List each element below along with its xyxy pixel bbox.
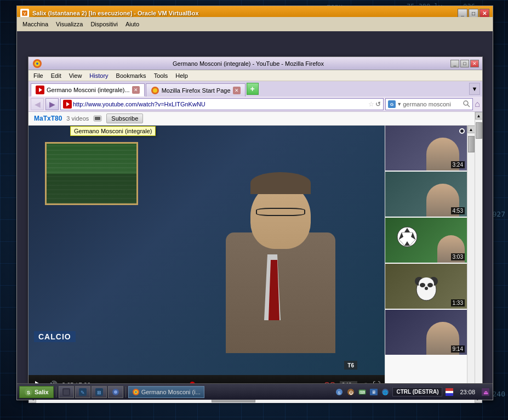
content-scroll-track[interactable] [475,120,483,387]
taskbar-quicklaunch-2[interactable]: ✎ [75,386,90,398]
vbox-minimize-button[interactable]: _ [458,9,467,18]
ff-menu-file[interactable]: File [31,72,46,80]
systray-icon-1[interactable]: S [334,387,344,397]
tab-firefox-close[interactable]: ✕ [233,87,241,94]
ff-menu-edit[interactable]: Edit [48,72,64,80]
tab-firefox-icon [151,86,159,95]
firefox-close-button[interactable]: ✕ [470,60,479,67]
firefox-content: MaTxT80 3 videos Subscribe [28,112,482,395]
video-tv-screen [45,142,138,205]
ff-menu-history[interactable]: History [87,72,111,80]
taskbar-start-label: Salix [35,389,49,395]
yt-channel-header: MaTxT80 3 videos Subscribe [28,112,475,126]
ff-menu-bookmarks[interactable]: Bookmarks [113,72,149,80]
sidebar-thumb-4[interactable]: 1:33 [385,264,467,309]
home-button[interactable]: ⌂ [475,99,480,109]
svg-rect-54 [446,388,453,391]
firefox-title: Germano Mosconi (integrale) - YouTube - … [46,60,450,67]
vbox-menu-visualizza[interactable]: Visualizza [53,20,86,29]
tab-youtube-label: Germano Mosconi (integrale)... [47,87,130,93]
content-scroll-up[interactable]: ▲ [475,112,483,120]
yt-sidebar: 3:24 4:53 [385,126,467,395]
systray-icon-3[interactable]: ⌨ [357,387,367,397]
systray-flag-icon[interactable] [444,387,454,397]
sidebar-thumb-2[interactable]: 4:53 [385,172,467,217]
tab-list-arrow[interactable]: ▼ [469,83,480,95]
firefox-minimize-button[interactable]: _ [450,60,459,67]
taskbar-quicklaunch-4[interactable] [108,386,123,398]
svg-rect-56 [446,393,453,396]
sidebar-scrollbar[interactable]: ▲ ▼ [467,126,475,395]
sidebar-thumb-3[interactable]: 3:03 [385,218,467,263]
systray-icon-2[interactable]: ⏻ [346,387,356,397]
vbox-menu-macchina[interactable]: Macchina [19,20,52,29]
url-reload-icon[interactable]: ↺ [375,100,381,108]
search-submit-icon[interactable] [463,100,470,109]
video-person-area [209,189,352,353]
svg-text:G: G [390,102,393,107]
ff-menu-help[interactable]: Help [173,72,191,80]
yt-sidebar-area: 3:24 4:53 [385,126,475,395]
vbox-menu-dispositivi[interactable]: Dispositivi [87,20,121,29]
sidebar-thumb-5[interactable]: 9:14 [385,310,467,355]
yt-channel-videos: 3 videos [66,115,89,122]
taskbar-quicklaunch-1[interactable] [59,386,74,398]
firefox-titlebar: Germano Mosconi (integrale) - YouTube - … [28,57,482,70]
url-bar[interactable]: http://www.youtube.com/watch?v=HxLITGnKw… [60,98,384,110]
sidebar-scroll-track[interactable] [467,133,475,387]
vbox-icon: V [20,9,29,18]
yt-player: CALCIO [28,126,385,395]
nav-back-icon: ◀ [35,100,41,109]
svg-text:S: S [27,390,30,395]
tab-firefox-start[interactable]: Mozilla Firefox Start Page ✕ [146,83,246,97]
taskbar-quicklaunch-3[interactable]: ⊞ [92,386,107,398]
virtualbox-window: V Salix (Istantanea 2) [In esecuzione] -… [16,5,493,400]
svg-line-14 [467,105,470,107]
content-scroll-thumb[interactable] [476,122,482,139]
systray-ctrl-area: CTRL (DESTRA) [392,387,442,396]
tab-youtube-close[interactable]: ✕ [132,86,140,94]
svg-text:⏻: ⏻ [349,390,353,395]
svg-point-13 [464,101,468,105]
vbox-window-buttons: _ □ ✕ [458,9,489,18]
search-engine-button[interactable]: G ▼ [388,100,402,108]
sidebar-scroll-up[interactable]: ▲ [467,126,475,133]
tab-add-button[interactable]: + [247,83,259,95]
systray-icon-4[interactable]: 🖥 [369,387,379,397]
taskbar-separator-2 [125,387,126,398]
vbox-close-button[interactable]: ✕ [480,9,489,18]
yt-subscribe-button[interactable]: Subscribe [106,113,143,123]
firefox-maximize-button[interactable]: □ [460,60,469,67]
ff-menu-tools[interactable]: Tools [151,72,171,80]
svg-point-8 [153,88,157,93]
taskbar-firefox-task[interactable]: Germano Mosconi (i... [128,386,204,398]
nav-forward-button[interactable]: ▶ [45,98,59,110]
vbox-maximize-button[interactable]: □ [469,9,478,18]
vbox-menu-aiuto[interactable]: Aiuto [122,20,142,29]
taskbar-quicklaunch-icon-1 [62,388,70,396]
tab-youtube[interactable]: Germano Mosconi (integrale)... ✕ [31,83,145,97]
url-star-icon[interactable]: ☆ [368,100,374,108]
yt-subscribe-icon [93,114,102,123]
sidebar-thumb-1[interactable]: 3:24 [385,126,467,171]
search-input-text: germano mosconi [403,101,461,107]
systray-icon-5[interactable]: 🌐 [380,387,390,397]
firefox-menubar: File Edit View History Bookmarks Tools H… [28,70,482,81]
video-frame[interactable]: CALCIO [28,126,385,375]
search-bar[interactable]: G ▼ germano mosconi [385,98,473,110]
sidebar-scroll-thumb[interactable] [468,136,475,152]
nav-back-button[interactable]: ◀ [31,98,44,110]
url-text: http://www.youtube.com/watch?v=HxLITGnKw… [73,101,367,107]
ff-menu-view[interactable]: View [66,72,85,80]
taskbar-quicklaunch-icon-3: ⊞ [95,388,103,396]
content-scrollbar[interactable]: ▲ ▼ [475,112,482,395]
svg-point-27 [420,283,425,287]
yt-channel-info: MaTxT80 3 videos Subscribe [34,113,143,123]
taskbar-quicklaunch-icon-4 [112,388,119,396]
taskbar-tray-arrow[interactable]: ⏏ [481,387,490,397]
yt-channel-name[interactable]: MaTxT80 [34,115,62,122]
taskbar-start-button[interactable]: S Salix [19,386,54,398]
taskbar: S Salix ✎ ⊞ [17,383,493,400]
taskbar-quicklaunch-icon-2: ✎ [79,388,87,396]
svg-text:⊞: ⊞ [97,390,101,395]
